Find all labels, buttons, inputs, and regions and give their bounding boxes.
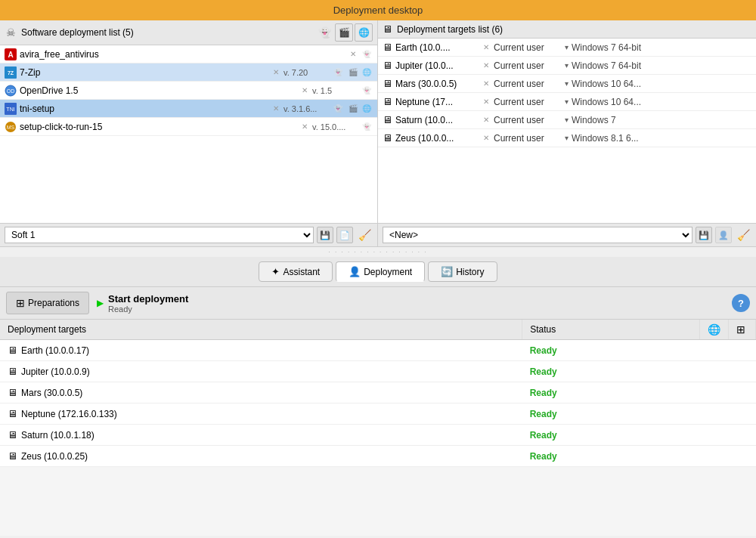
tab-label: Deployment bbox=[364, 267, 412, 277]
target-user-dropdown[interactable]: ▾ bbox=[565, 43, 569, 51]
row-globe-cell bbox=[700, 340, 729, 361]
row-target-name: 🖥Saturn (10.0.1.18) bbox=[0, 425, 522, 446]
right-panel: 🖥 Deployment targets list (6) 🖥Earth (10… bbox=[378, 20, 756, 246]
software-icon: OD bbox=[5, 85, 17, 97]
assistant-tab-icon: ✦ bbox=[271, 266, 280, 277]
col-header-grid: ⊞ bbox=[729, 320, 756, 340]
history-tab-icon: 🔄 bbox=[441, 266, 453, 277]
target-monitor-icon: 🖥 bbox=[383, 132, 392, 144]
software-item[interactable]: 7Z7-Zip✕v. 7.20👻🎬🌐 bbox=[0, 63, 377, 82]
target-item[interactable]: 🖥Saturn (10.0...✕Current user▾Windows 7 bbox=[378, 111, 756, 129]
target-item[interactable]: 🖥Mars (30.0.0.5)✕Current user▾Windows 10… bbox=[378, 75, 756, 93]
remove-target-icon[interactable]: ✕ bbox=[482, 116, 491, 124]
row-globe-cell bbox=[700, 361, 729, 382]
app-title: Deployment desktop bbox=[333, 5, 423, 16]
target-user-dropdown[interactable]: ▾ bbox=[565, 79, 569, 88]
right-eraser-btn[interactable]: 🧹 bbox=[735, 227, 751, 243]
row-grid-cell bbox=[729, 361, 756, 382]
target-item[interactable]: 🖥Zeus (10.0.0...✕Current user▾Windows 8.… bbox=[378, 129, 756, 147]
row-target-name: 🖥Earth (10.0.0.17) bbox=[0, 340, 522, 361]
remove-target-icon[interactable]: ✕ bbox=[482, 61, 491, 70]
remove-software-icon[interactable]: ✕ bbox=[300, 86, 309, 94]
help-button[interactable]: ? bbox=[732, 294, 750, 312]
table-row[interactable]: 🖥Earth (10.0.0.17)Ready bbox=[0, 340, 756, 361]
remove-software-icon[interactable]: ✕ bbox=[271, 104, 280, 113]
deployment-tab-icon: 👤 bbox=[349, 266, 361, 277]
target-item[interactable]: 🖥Neptune (17...✕Current user▾Windows 10 … bbox=[378, 93, 756, 111]
row-grid-cell bbox=[729, 382, 756, 404]
software-name: avira_free_antivirus bbox=[20, 49, 345, 60]
table-row[interactable]: 🖥Zeus (10.0.0.25)Ready bbox=[0, 446, 756, 467]
remove-software-icon[interactable]: ✕ bbox=[271, 68, 280, 76]
tab-assistant[interactable]: ✦Assistant bbox=[259, 261, 333, 282]
delete-btn[interactable]: 📄 bbox=[336, 227, 353, 243]
target-user-dropdown[interactable]: ▾ bbox=[565, 134, 569, 142]
save-btn[interactable]: 💾 bbox=[317, 227, 333, 243]
film-btn[interactable]: 🎬 bbox=[335, 23, 353, 42]
ghost-icon: 👻 bbox=[318, 26, 330, 39]
table-row[interactable]: 🖥Mars (30.0.0.5)Ready bbox=[0, 382, 756, 404]
target-name: Neptune (17... bbox=[395, 97, 479, 107]
tab-history[interactable]: 🔄History bbox=[428, 261, 497, 282]
table-row[interactable]: 🖥Saturn (10.0.1.18)Ready bbox=[0, 425, 756, 446]
software-name: setup-click-to-run-15 bbox=[20, 122, 297, 132]
svg-text:A: A bbox=[8, 51, 13, 59]
target-user-dropdown[interactable]: ▾ bbox=[565, 116, 569, 124]
software-name: tni-setup bbox=[20, 104, 268, 114]
row-monitor-icon: 🖥 bbox=[8, 408, 17, 419]
software-item[interactable]: Aavira_free_antivirus✕👻 bbox=[0, 45, 377, 63]
targets-list-title: Deployment targets list (6) bbox=[397, 24, 751, 35]
table-row[interactable]: 🖥Jupiter (10.0.0.9)Ready bbox=[0, 361, 756, 382]
preparations-button[interactable]: ⊞ Preparations bbox=[6, 292, 89, 314]
preparations-label: Preparations bbox=[28, 298, 79, 308]
item-ghost-icon: 👻 bbox=[361, 48, 373, 60]
col-header-globe: 🌐 bbox=[700, 320, 729, 340]
software-item[interactable]: MSsetup-click-to-run-15✕v. 15.0....👻 bbox=[0, 118, 377, 136]
tab-deployment[interactable]: 👤Deployment bbox=[336, 261, 425, 282]
person-btn[interactable]: 👤 bbox=[715, 227, 732, 243]
new-target-dropdown[interactable]: <New> bbox=[383, 227, 692, 243]
tab-label: Assistant bbox=[283, 267, 320, 277]
remove-target-icon[interactable]: ✕ bbox=[482, 134, 491, 142]
software-version: v. 1.5 bbox=[312, 86, 358, 95]
item-film-icon: 🎬 bbox=[347, 66, 359, 79]
remove-target-icon[interactable]: ✕ bbox=[482, 43, 491, 51]
table-row[interactable]: 🖥Neptune (172.16.0.133)Ready bbox=[0, 404, 756, 425]
item-ghost-icon: 👻 bbox=[361, 121, 373, 133]
row-monitor-icon: 🖥 bbox=[8, 450, 17, 462]
software-item[interactable]: TNItni-setup✕v. 3.1.6...👻🎬🌐 bbox=[0, 100, 377, 118]
svg-text:OD: OD bbox=[7, 88, 15, 94]
soft-group-dropdown[interactable]: Soft 1 bbox=[5, 227, 314, 243]
target-user-dropdown[interactable]: ▾ bbox=[565, 61, 569, 70]
target-user: Current user bbox=[494, 133, 562, 144]
remove-software-icon[interactable]: ✕ bbox=[349, 50, 358, 58]
target-item[interactable]: 🖥Earth (10.0....✕Current user▾Windows 7 … bbox=[378, 39, 756, 57]
row-globe-cell bbox=[700, 404, 729, 425]
software-version: v. 3.1.6... bbox=[284, 104, 329, 113]
save-target-btn[interactable]: 💾 bbox=[696, 227, 712, 243]
main-container: ☠ Software deployment list (5) 👻 🎬 🌐 Aav… bbox=[0, 20, 756, 536]
target-item[interactable]: 🖥Jupiter (10.0...✕Current user▾Windows 7… bbox=[378, 57, 756, 75]
item-right-icons: 🎬🌐 bbox=[347, 103, 373, 115]
target-user-dropdown[interactable]: ▾ bbox=[565, 97, 569, 106]
remove-target-icon[interactable]: ✕ bbox=[482, 97, 491, 106]
row-monitor-icon: 🖥 bbox=[8, 387, 17, 398]
network-btn[interactable]: 🌐 bbox=[355, 23, 373, 42]
globe-col-icon: 🌐 bbox=[708, 323, 720, 335]
start-deployment-title: Start deployment bbox=[108, 293, 188, 305]
col-header-status: Status bbox=[522, 320, 700, 340]
target-name: Saturn (10.0... bbox=[395, 115, 479, 125]
software-icon: 7Z bbox=[5, 66, 17, 79]
start-deployment-section: ▶ Start deployment Ready bbox=[97, 293, 724, 314]
row-globe-cell bbox=[700, 446, 729, 467]
preparations-header: ⊞ Preparations ▶ Start deployment Ready … bbox=[0, 287, 756, 320]
target-os: Windows 7 64-bit bbox=[572, 42, 751, 53]
eraser-btn[interactable]: 🧹 bbox=[356, 227, 373, 243]
target-name: Jupiter (10.0... bbox=[395, 60, 479, 71]
svg-text:MS: MS bbox=[7, 125, 15, 130]
remove-target-icon[interactable]: ✕ bbox=[482, 79, 491, 88]
target-os: Windows 10 64... bbox=[572, 79, 751, 89]
remove-software-icon[interactable]: ✕ bbox=[300, 122, 309, 131]
target-os: Windows 10 64... bbox=[572, 97, 751, 107]
software-item[interactable]: ODOpenDrive 1.5✕v. 1.5👻 bbox=[0, 82, 377, 100]
